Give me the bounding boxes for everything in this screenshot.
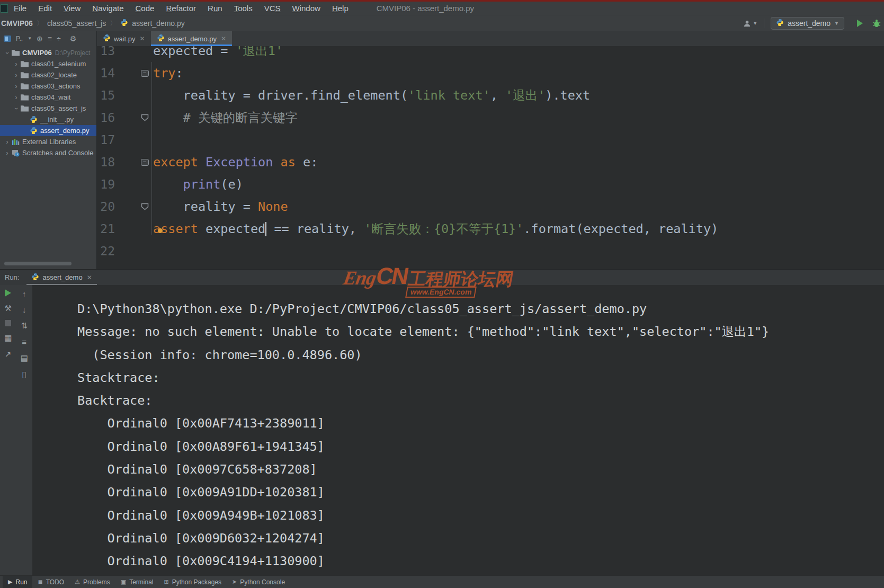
code-token: try [153, 66, 175, 81]
fold-collapse-icon[interactable]: − [136, 159, 153, 166]
packages-icon: ⊞ [164, 578, 168, 585]
breadcrumb-item[interactable]: assert_demo.py [132, 19, 185, 28]
console-toolbar-left: ⚒▦↗ [0, 289, 16, 575]
menu-bar: FileEditViewNavigateCodeRefactorRunTools… [0, 2, 884, 15]
editor-area: wait.py✕assert_demo.py✕ 13expected = '退出… [97, 31, 884, 269]
menu-item-edit[interactable]: Edit [32, 4, 58, 13]
rerun-icon[interactable] [5, 289, 11, 297]
line-number: 20 [97, 200, 115, 213]
tree-item-cmvip06[interactable]: ›CMVIP06D:\PyProject [0, 47, 96, 58]
settings-gear-icon[interactable]: ⚙ [70, 34, 77, 43]
menu-item-window[interactable]: Window [287, 4, 326, 13]
tree-item-class05-assert-js[interactable]: ›class05_assert_js [0, 103, 96, 114]
close-icon[interactable]: ✕ [139, 35, 145, 42]
project-view-icon[interactable] [4, 35, 11, 42]
horizontal-scrollbar[interactable] [4, 262, 72, 265]
fold-end-icon[interactable] [136, 114, 153, 121]
close-icon[interactable]: ✕ [221, 35, 226, 42]
locate-icon[interactable]: ⊕ [37, 34, 43, 43]
tree-item-class04-wait[interactable]: ›class04_wait [0, 92, 96, 103]
tree-item-external-libraries[interactable]: ›External Libraries [0, 136, 96, 147]
breadcrumb-item[interactable]: CMVIP06 [1, 19, 33, 28]
statusbar-item-todo[interactable]: ≣TODO [32, 576, 69, 588]
chevron-icon[interactable]: › [12, 72, 20, 79]
chevron-icon[interactable]: › [13, 104, 20, 112]
tree-item-label: assert_demo.py [40, 127, 90, 135]
tree-item-path: D:\PyProject [55, 49, 91, 57]
sort-icon[interactable]: ⇅ [21, 321, 28, 331]
down-arrow-icon[interactable]: ↓ [22, 305, 26, 314]
code-text: assert expected == reality, '断言失败：{0}不等于… [153, 220, 718, 237]
line-number: 13 [97, 46, 115, 58]
fold-end-icon[interactable] [136, 203, 153, 210]
chevron-icon[interactable]: › [12, 94, 20, 101]
expand-all-icon[interactable]: ÷ [57, 34, 61, 43]
python-icon [157, 34, 165, 43]
stop-icon[interactable] [5, 320, 11, 326]
tree-item-class03-actions[interactable]: ›class03_actions [0, 81, 96, 92]
project-view-selector[interactable]: P.. [16, 35, 23, 42]
tree-item-class01-selenium[interactable]: ›class01_selenium [0, 58, 96, 69]
status-bar: ▶Run≣TODO⚠Problems▣Terminal⊞Python Packa… [0, 575, 884, 588]
folder-icon [20, 72, 29, 78]
chevron-icon[interactable]: › [12, 60, 20, 68]
tree-item-label: class01_selenium [31, 60, 86, 68]
statusbar-item-python-packages[interactable]: ⊞Python Packages [158, 576, 227, 588]
chevron-icon[interactable]: › [3, 138, 11, 146]
python-file-icon [29, 115, 38, 123]
menu-item-help[interactable]: Help [326, 4, 354, 13]
menu-item-file[interactable]: File [8, 4, 32, 13]
code-token: == reality, [266, 221, 364, 236]
close-icon[interactable]: ✕ [87, 274, 92, 281]
menu-item-vcs[interactable]: VCS [258, 4, 287, 13]
code-token: 'link text' [408, 88, 490, 103]
print-icon[interactable]: ▤ [21, 353, 28, 363]
editor-tab-wait-py[interactable]: wait.py✕ [97, 31, 151, 46]
chevron-icon[interactable]: › [12, 83, 20, 90]
scroll-end-icon[interactable]: ≡ [22, 337, 26, 346]
menu-item-run[interactable]: Run [202, 4, 228, 13]
console-output[interactable]: D:\Python38\python.exe D:/PyProject/CMVI… [33, 285, 884, 575]
statusbar-item-python-console[interactable]: ➤Python Console [227, 576, 290, 588]
layout-icon[interactable]: ▦ [4, 333, 12, 343]
run-configuration-select[interactable]: assert_demo ▼ [771, 17, 844, 30]
breadcrumb-item[interactable]: class05_assert_js [47, 19, 106, 28]
editor-tabs: wait.py✕assert_demo.py✕ [97, 31, 884, 46]
run-console-tab[interactable]: assert_demo ✕ [26, 270, 96, 285]
code-line-18: 18−except Exception as e: [97, 151, 884, 173]
menu-item-navigate[interactable]: Navigate [86, 4, 129, 13]
collapse-all-icon[interactable]: ≡ [48, 34, 52, 43]
statusbar-item-terminal[interactable]: ▣Terminal [115, 576, 159, 588]
fold-collapse-icon[interactable]: − [136, 70, 153, 77]
problems-icon: ⚠ [75, 578, 80, 585]
folder-icon [11, 49, 20, 56]
tree-item-assert-demo-py[interactable]: assert_demo.py [0, 125, 96, 136]
debug-bug-button[interactable] [872, 19, 881, 28]
python-icon [776, 19, 784, 28]
wrench-icon[interactable]: ⚒ [5, 304, 12, 313]
line-number: 14 [97, 66, 115, 80]
trash-icon[interactable]: ▯ [22, 370, 26, 379]
run-button[interactable] [857, 20, 863, 27]
editor-tab-assert-demo-py[interactable]: assert_demo.py✕ [151, 31, 233, 46]
up-arrow-icon[interactable]: ↑ [22, 289, 26, 298]
tree-item-class02-locate[interactable]: ›class02_locate [0, 69, 96, 81]
menu-item-tools[interactable]: Tools [228, 4, 258, 13]
chevron-icon[interactable]: › [3, 149, 11, 157]
statusbar-item-problems[interactable]: ⚠Problems [69, 576, 115, 588]
code-line-15: 15 reality = driver.find_element('link t… [97, 84, 884, 106]
pin-icon[interactable]: ↗ [5, 350, 12, 359]
collaboration-user-icon[interactable]: ▼ [743, 20, 757, 28]
tree-item--init-py[interactable]: __init__.py [0, 114, 96, 125]
code-token: '退出1' [236, 46, 283, 58]
menu-item-refactor[interactable]: Refactor [160, 4, 202, 13]
code-text: expected = '退出1' [153, 46, 283, 59]
tree-item-scratches-and-console[interactable]: ›Scratches and Console [0, 147, 96, 158]
chevron-icon[interactable]: › [4, 49, 11, 57]
statusbar-item-run[interactable]: ▶Run [3, 576, 32, 588]
menu-item-view[interactable]: View [58, 4, 86, 13]
chevron-down-icon: ▼ [753, 21, 757, 26]
menu-item-code[interactable]: Code [130, 4, 160, 13]
code-editor[interactable]: 13expected = '退出1'14−try:15 reality = dr… [97, 46, 884, 269]
folder-icon [20, 60, 29, 67]
